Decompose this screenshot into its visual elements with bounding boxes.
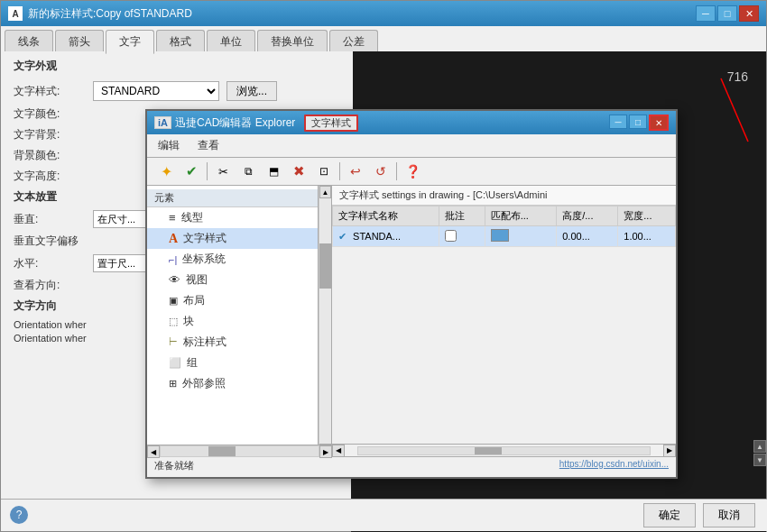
tree-item-block[interactable]: ⬚ 块 [147,311,318,332]
browse-button[interactable]: 浏览... [226,81,277,101]
view-icon: 👁 [169,273,180,287]
tree-hscroll-left[interactable]: ◀ [147,445,160,458]
toolbar-undo-btn[interactable]: ↩ [344,161,367,182]
tree-item-ucs-label: 坐标系统 [182,252,226,267]
tree-item-ucs[interactable]: ⌐| 坐标系统 [147,249,318,270]
explorer-minimize-btn[interactable]: ─ [609,115,627,129]
text-style-row: 文字样式: STANDARD 浏览... [14,81,340,101]
col-match-header: 匹配布... [485,206,557,226]
width-cell: 1.00... [618,226,676,247]
col-height-header: 高度/... [557,206,618,226]
maximize-button[interactable]: □ [717,5,737,22]
tree-item-layout[interactable]: ▣ 布局 [147,290,318,311]
hscroll-right-btn[interactable]: ▶ [663,445,676,457]
toolbar-sep1 [207,162,208,180]
tree-hscroll-right[interactable]: ▶ [319,445,332,458]
view-dir-label: 查看方向: [14,278,86,293]
tree-hscroll: ◀ ▶ [147,445,332,457]
help-button[interactable]: ? [10,506,28,524]
tree-item-group[interactable]: ⬜ 组 [147,353,318,373]
tree-hscroll-thumb[interactable] [208,446,236,456]
tab-tolerance[interactable]: 公差 [329,30,378,53]
orientation-text-2: Orientation wher [14,333,153,344]
title-bar: A 新的标注样式:Copy ofSTANDARD ─ □ ✕ [1,1,766,26]
table-row[interactable]: ✔ STANDA... 0.00... 1.00... [333,226,676,247]
table-header-row: 文字样式名称 批注 匹配布... 高度/... 宽度... [333,206,676,226]
tree-vscroll: ▲ ▼ [319,186,331,456]
tab-lines[interactable]: 线条 [5,30,53,53]
menu-view[interactable]: 查看 [194,136,223,155]
toolbar-redo-btn[interactable]: ↺ [369,161,393,182]
cancel-button[interactable]: 取消 [703,503,755,527]
tab-text[interactable]: 文字 [106,30,154,54]
tab-format[interactable]: 格式 [156,30,205,53]
ok-button[interactable]: 确定 [643,503,696,527]
tree-item-view[interactable]: 👁 视图 [147,270,318,290]
menu-edit[interactable]: 编辑 [154,136,183,155]
hscroll-left-btn[interactable]: ◀ [332,445,345,457]
main-window-title: 新的标注样式:Copy ofSTANDARD [28,6,192,22]
bottom-bar: 确定 取消 [1,499,767,531]
title-controls: ─ □ ✕ [696,5,759,22]
tab-arrows[interactable]: 箭头 [55,30,104,53]
tree-item-block-label: 块 [183,314,194,329]
explorer-maximize-btn[interactable]: □ [629,115,647,129]
explorer-title-bar: iA 迅捷CAD编辑器 Explorer 文字样式 ─ □ ✕ [147,111,676,134]
tree-scroll-up[interactable]: ▲ [319,186,331,198]
tree-item-xref[interactable]: ⊞ 外部参照 [147,373,318,394]
text-bg-label: 文字背景: [14,127,86,142]
explorer-close-btn[interactable]: ✕ [649,115,669,131]
preview-scrollbar: ▲ ▼ [753,440,766,466]
text-style-label: 文字样式: [14,84,86,99]
block-icon: ⬚ [169,316,178,327]
scroll-up-btn[interactable]: ▲ [753,440,766,453]
hscroll-thumb[interactable] [475,447,502,454]
toolbar-copy-btn[interactable]: ⧉ [236,161,260,182]
toolbar-export-btn[interactable]: ⊡ [312,161,336,182]
tree-item-textstyle-label: 文字样式 [183,231,226,246]
dimstyle-icon: ⊢ [169,336,178,348]
text-style-select[interactable]: STANDARD [93,81,219,101]
toolbar-delete-btn[interactable]: ✖ [287,161,310,182]
vert-offset-label: 垂直文字偏移 [14,234,86,249]
status-url: https://blog.csdn.net/uixin... [559,459,669,472]
toolbar-new-btn[interactable]: ✦ [154,161,178,182]
title-bar-left: A 新的标注样式:Copy ofSTANDARD [8,6,192,22]
style-name-value: STANDA... [353,231,401,242]
tree-item-linetype[interactable]: ≡ 线型 [147,207,318,228]
height-cell: 0.00... [557,226,618,247]
tree-item-dimstyle[interactable]: ⊢ 标注样式 [147,332,318,353]
close-button[interactable]: ✕ [739,5,759,22]
orient1-label: Orientation wher [14,319,87,330]
tree-panel-container: 元素 ≡ 线型 A 文字样式 ⌐| 坐标系统 👁 [147,186,332,456]
toolbar-apply-btn[interactable]: ✔ [180,161,203,182]
annotate-checkbox[interactable] [445,230,457,242]
col-width-header: 宽度... [618,206,676,226]
toolbar-paste-btn[interactable]: ⬒ [262,161,285,182]
toolbar-help-btn[interactable]: ❓ [401,161,424,182]
svg-line-0 [721,78,748,142]
tree-panel: 元素 ≡ 线型 A 文字样式 ⌐| 坐标系统 👁 [147,186,319,456]
annotate-cell [439,226,485,247]
group-icon: ⬜ [169,357,181,369]
styles-table: 文字样式名称 批注 匹配布... 高度/... 宽度... ✔ [332,206,676,247]
tab-units[interactable]: 单位 [207,30,255,53]
orient2-label: Orientation wher [14,333,87,344]
scroll-down-btn[interactable]: ▼ [753,454,766,466]
toolbar-cut-btn[interactable]: ✂ [211,161,235,182]
hscroll-track [357,446,651,455]
xref-icon: ⊞ [169,378,177,390]
content-panel-header: 文字样式 settings in drawing - [C:\Users\Adm… [332,186,676,206]
tree-item-view-label: 视图 [186,272,208,288]
tab-alt-units[interactable]: 替换单位 [257,30,328,53]
explorer-window: iA 迅捷CAD编辑器 Explorer 文字样式 ─ □ ✕ 编辑 查看 ✦ … [145,109,678,479]
content-hscroll: ◀ ▶ [332,444,676,456]
explorer-window-controls: ─ □ ✕ [609,115,669,131]
explorer-title-badge: 文字样式 [304,115,358,132]
style-name-cell: ✔ STANDA... [333,226,439,247]
content-panel: 文字样式 settings in drawing - [C:\Users\Adm… [332,186,676,456]
tree-item-textstyle[interactable]: A 文字样式 [147,228,318,249]
minimize-button[interactable]: ─ [696,5,716,22]
explorer-status-bar: 准备就绪 https://blog.csdn.net/uixin... [147,456,676,474]
tree-scroll-thumb[interactable] [319,243,331,289]
